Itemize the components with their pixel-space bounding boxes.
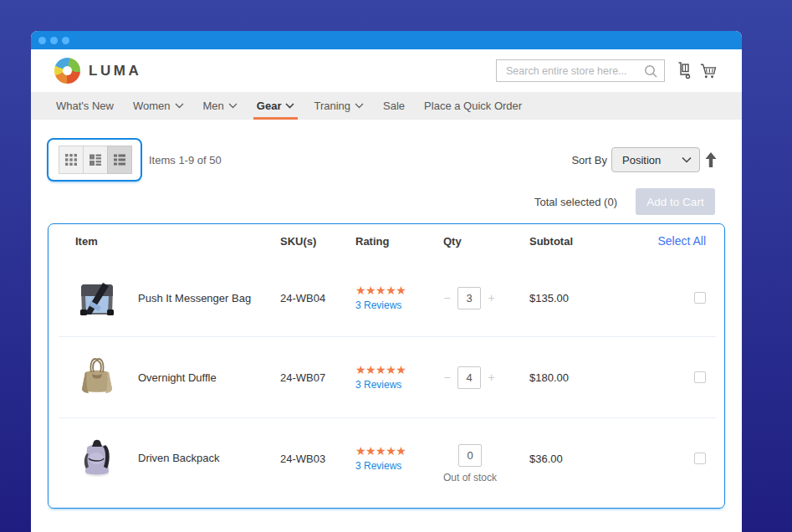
table-row-driven-backpack: Driven Backpack 24-WB03 ★★★★★ 3 Reviews … (49, 418, 724, 508)
list-view-icon (89, 153, 102, 166)
luma-logo[interactable]: LUMA (54, 58, 142, 84)
arrow-up-icon (705, 152, 717, 167)
nav-men[interactable]: Men (200, 92, 241, 120)
table-row-overnight-duffle: Overnight Duffle 24-WB07 ★★★★★ 3 Reviews… (49, 337, 724, 417)
search-icon[interactable] (643, 64, 658, 79)
list-toolbar: Items 1-9 of 50 Sort By Position (31, 120, 742, 182)
nav-gear[interactable]: Gear (253, 92, 299, 120)
product-name[interactable]: Overnight Duffle (138, 371, 217, 384)
row-checkbox[interactable] (694, 371, 706, 383)
col-header-rating: Rating (355, 235, 443, 248)
nav-sale[interactable]: Sale (380, 92, 408, 120)
items-table: Item SKU(s) Rating Qty Subtotal Select A… (48, 223, 725, 509)
nav-place-quick-order[interactable]: Place a Quick Order (421, 92, 525, 120)
total-selected-label: Total selected (0) (534, 196, 617, 208)
cart-action-bar: Total selected (0) Add to Cart (31, 182, 742, 215)
view-mode-grid-button[interactable] (59, 146, 84, 174)
chevron-down-icon (682, 156, 692, 163)
search-box (496, 59, 665, 82)
col-header-subtotal: Subtotal (529, 235, 657, 248)
star-rating: ★★★★★ (355, 284, 443, 297)
select-all-link[interactable]: Select All (657, 234, 706, 248)
product-sku: 24-WB07 (280, 371, 325, 384)
add-to-cart-button[interactable]: Add to Cart (636, 188, 715, 215)
nav-women[interactable]: Women (130, 92, 187, 120)
luma-logo-icon (54, 58, 80, 84)
table-header-row: Item SKU(s) Rating Qty Subtotal Select A… (49, 224, 724, 259)
product-image-duffle (75, 356, 119, 399)
main-nav: What's New Women Men Gear Traning Sale P… (31, 92, 742, 120)
qty-input[interactable]: 4 (457, 366, 481, 389)
detailed-list-view-icon (113, 153, 126, 166)
out-of-stock-label: Out of stock (443, 472, 497, 483)
nav-traning[interactable]: Traning (310, 92, 367, 120)
chevron-down-icon (175, 103, 184, 109)
row-checkbox[interactable] (694, 292, 706, 304)
items-count: Items 1-9 of 50 (149, 154, 222, 166)
col-header-sku: SKU(s) (280, 235, 355, 248)
qty-increase-button[interactable]: + (488, 291, 495, 304)
qty-input[interactable]: 3 (457, 287, 481, 309)
qty-decrease-button[interactable]: − (443, 371, 451, 384)
qty-input[interactable]: 0 (458, 444, 482, 467)
star-rating: ★★★★★ (355, 363, 443, 376)
product-image-backpack (75, 437, 119, 480)
reviews-link[interactable]: 3 Reviews (355, 379, 401, 391)
window-titlebar (31, 31, 742, 49)
row-subtotal: $180.00 (529, 371, 569, 384)
row-checkbox[interactable] (694, 453, 706, 464)
reviews-link[interactable]: 3 Reviews (355, 299, 401, 311)
nav-whats-new[interactable]: What's New (53, 92, 117, 120)
row-subtotal: $135.00 (529, 292, 569, 304)
sort-direction-ascending-button[interactable] (705, 152, 717, 167)
col-header-qty: Qty (443, 235, 529, 248)
window-dot-1[interactable] (38, 37, 46, 44)
view-mode-switcher (47, 138, 142, 182)
product-sku: 24-WB03 (280, 453, 325, 465)
grid-view-icon (64, 153, 78, 166)
product-image-messenger-bag (75, 276, 119, 320)
star-rating: ★★★★★ (355, 444, 443, 458)
sort-by-select[interactable]: Position (611, 147, 700, 172)
view-mode-detailed-list-button[interactable] (107, 146, 132, 174)
chevron-down-icon (228, 103, 238, 109)
sort-by-label: Sort By (571, 154, 607, 166)
table-row-push-it-messenger-bag: Push It Messenger Bag 24-WB04 ★★★★★ 3 Re… (49, 259, 724, 336)
luma-logo-text: LUMA (89, 63, 142, 79)
chevron-down-icon (285, 103, 294, 109)
search-input[interactable] (506, 65, 643, 77)
row-subtotal: $36.00 (529, 453, 563, 465)
window-dot-3[interactable] (62, 37, 69, 44)
store-header: LUMA (31, 49, 742, 92)
reviews-link[interactable]: 3 Reviews (355, 460, 401, 472)
product-name[interactable]: Push It Messenger Bag (138, 292, 251, 304)
cart-icon[interactable] (700, 63, 717, 79)
chevron-down-icon (355, 103, 364, 109)
product-name[interactable]: Driven Backpack (138, 452, 220, 464)
browser-window: LUMA What's New Women Men Gear Traning S… (31, 31, 742, 532)
qty-increase-button[interactable]: + (488, 371, 495, 384)
window-dot-2[interactable] (50, 37, 58, 44)
col-header-item: Item (75, 235, 280, 248)
view-mode-list-button[interactable] (83, 146, 108, 174)
quick-order-icon[interactable] (677, 62, 691, 79)
qty-decrease-button[interactable]: − (443, 291, 451, 304)
product-sku: 24-WB04 (280, 292, 325, 304)
